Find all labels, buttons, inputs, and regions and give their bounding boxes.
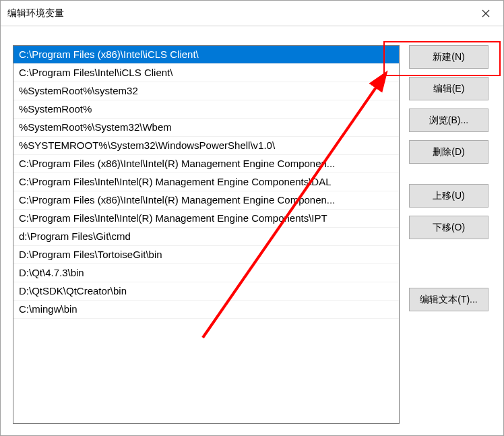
list-item[interactable]: D:\Qt\4.7.3\bin [13,264,399,282]
list-item[interactable]: C:\Program Files (x86)\Intel\Intel(R) Ma… [13,155,399,173]
list-item[interactable]: C:\Program Files (x86)\Intel\Intel(R) Ma… [13,191,399,210]
list-item[interactable]: C:\mingw\bin [13,301,399,319]
edit-button[interactable]: 编辑(E) [409,77,489,100]
dialog-window: 编辑环境变量 C:\Program Files (x86)\Intel\iCLS… [0,0,504,436]
close-icon [482,9,490,18]
list-item[interactable]: D:\Program Files\TortoiseGit\bin [13,246,399,264]
new-button[interactable]: 新建(N) [409,45,489,69]
moveup-button[interactable]: 上移(U) [409,184,489,208]
close-button[interactable] [476,4,495,23]
list-item[interactable]: D:\QtSDK\QtCreator\bin [13,282,399,301]
list-item[interactable]: C:\Program Files\Intel\Intel(R) Manageme… [13,210,399,228]
list-item[interactable]: d:\Program Files\Git\cmd [13,228,399,246]
delete-button[interactable]: 删除(D) [409,140,489,164]
list-item[interactable]: %SystemRoot% [13,100,399,119]
titlebar: 编辑环境变量 [1,1,503,26]
list-item[interactable]: C:\Program Files (x86)\Intel\iCLS Client… [13,46,399,64]
window-title: 编辑环境变量 [7,7,64,20]
list-item[interactable]: %SYSTEMROOT%\System32\WindowsPowerShell\… [13,137,399,155]
dialog-content: C:\Program Files (x86)\Intel\iCLS Client… [1,26,503,435]
browse-button[interactable]: 浏览(B)... [409,108,489,132]
list-item[interactable]: %SystemRoot%\system32 [13,82,399,100]
edittext-button[interactable]: 编辑文本(T)... [409,288,489,311]
movedown-button[interactable]: 下移(O) [409,216,489,239]
path-listbox[interactable]: C:\Program Files (x86)\Intel\iCLS Client… [13,45,400,424]
list-item[interactable]: %SystemRoot%\System32\Wbem [13,119,399,137]
list-item[interactable]: C:\Program Files\Intel\Intel(R) Manageme… [13,173,399,191]
list-item[interactable]: C:\Program Files\Intel\iCLS Client\ [13,64,399,82]
button-column: 新建(N) 编辑(E) 浏览(B)... 删除(D) 上移(U) 下移(O) 编… [409,45,491,423]
